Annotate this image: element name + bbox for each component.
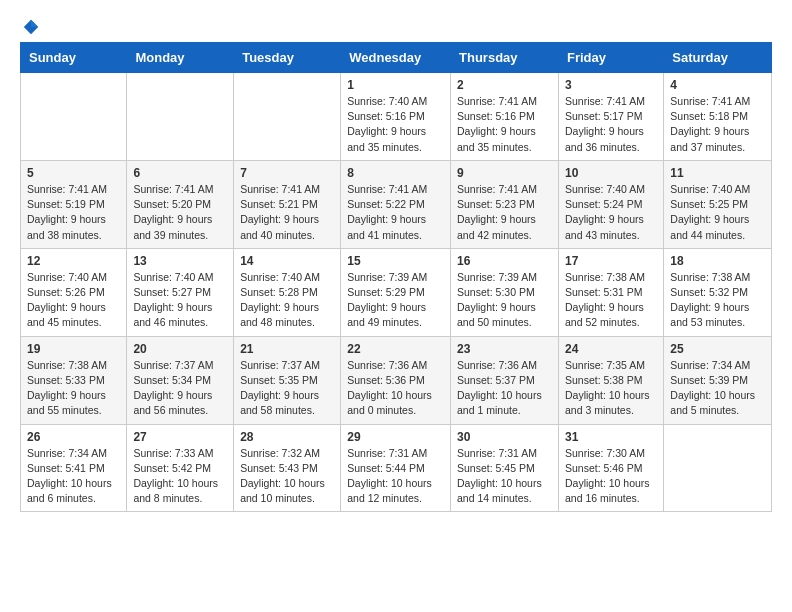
day-info: Sunrise: 7:40 AM Sunset: 5:24 PM Dayligh… xyxy=(565,182,657,243)
day-info: Sunrise: 7:39 AM Sunset: 5:29 PM Dayligh… xyxy=(347,270,444,331)
day-info: Sunrise: 7:34 AM Sunset: 5:41 PM Dayligh… xyxy=(27,446,120,507)
day-info: Sunrise: 7:37 AM Sunset: 5:34 PM Dayligh… xyxy=(133,358,227,419)
day-number: 17 xyxy=(565,254,657,268)
calendar-cell: 5Sunrise: 7:41 AM Sunset: 5:19 PM Daylig… xyxy=(21,160,127,248)
calendar-cell: 27Sunrise: 7:33 AM Sunset: 5:42 PM Dayli… xyxy=(127,424,234,512)
day-number: 12 xyxy=(27,254,120,268)
day-info: Sunrise: 7:41 AM Sunset: 5:19 PM Dayligh… xyxy=(27,182,120,243)
day-number: 13 xyxy=(133,254,227,268)
week-row-3: 12Sunrise: 7:40 AM Sunset: 5:26 PM Dayli… xyxy=(21,248,772,336)
calendar-cell: 18Sunrise: 7:38 AM Sunset: 5:32 PM Dayli… xyxy=(664,248,772,336)
calendar-cell: 26Sunrise: 7:34 AM Sunset: 5:41 PM Dayli… xyxy=(21,424,127,512)
day-number: 24 xyxy=(565,342,657,356)
calendar-cell: 24Sunrise: 7:35 AM Sunset: 5:38 PM Dayli… xyxy=(558,336,663,424)
day-info: Sunrise: 7:36 AM Sunset: 5:36 PM Dayligh… xyxy=(347,358,444,419)
day-info: Sunrise: 7:38 AM Sunset: 5:31 PM Dayligh… xyxy=(565,270,657,331)
day-info: Sunrise: 7:35 AM Sunset: 5:38 PM Dayligh… xyxy=(565,358,657,419)
day-info: Sunrise: 7:40 AM Sunset: 5:28 PM Dayligh… xyxy=(240,270,334,331)
day-number: 11 xyxy=(670,166,765,180)
day-number: 21 xyxy=(240,342,334,356)
calendar-cell: 10Sunrise: 7:40 AM Sunset: 5:24 PM Dayli… xyxy=(558,160,663,248)
calendar-cell: 1Sunrise: 7:40 AM Sunset: 5:16 PM Daylig… xyxy=(341,73,451,161)
day-info: Sunrise: 7:40 AM Sunset: 5:27 PM Dayligh… xyxy=(133,270,227,331)
calendar-cell: 11Sunrise: 7:40 AM Sunset: 5:25 PM Dayli… xyxy=(664,160,772,248)
day-info: Sunrise: 7:33 AM Sunset: 5:42 PM Dayligh… xyxy=(133,446,227,507)
day-info: Sunrise: 7:32 AM Sunset: 5:43 PM Dayligh… xyxy=(240,446,334,507)
calendar-cell: 28Sunrise: 7:32 AM Sunset: 5:43 PM Dayli… xyxy=(234,424,341,512)
calendar-cell: 16Sunrise: 7:39 AM Sunset: 5:30 PM Dayli… xyxy=(451,248,559,336)
calendar-cell: 12Sunrise: 7:40 AM Sunset: 5:26 PM Dayli… xyxy=(21,248,127,336)
day-number: 31 xyxy=(565,430,657,444)
day-number: 9 xyxy=(457,166,552,180)
day-info: Sunrise: 7:41 AM Sunset: 5:17 PM Dayligh… xyxy=(565,94,657,155)
week-row-1: 1Sunrise: 7:40 AM Sunset: 5:16 PM Daylig… xyxy=(21,73,772,161)
day-number: 16 xyxy=(457,254,552,268)
calendar-cell: 19Sunrise: 7:38 AM Sunset: 5:33 PM Dayli… xyxy=(21,336,127,424)
day-number: 30 xyxy=(457,430,552,444)
calendar-cell: 13Sunrise: 7:40 AM Sunset: 5:27 PM Dayli… xyxy=(127,248,234,336)
calendar-cell: 25Sunrise: 7:34 AM Sunset: 5:39 PM Dayli… xyxy=(664,336,772,424)
day-info: Sunrise: 7:41 AM Sunset: 5:20 PM Dayligh… xyxy=(133,182,227,243)
day-number: 2 xyxy=(457,78,552,92)
day-number: 29 xyxy=(347,430,444,444)
day-number: 5 xyxy=(27,166,120,180)
calendar-cell: 8Sunrise: 7:41 AM Sunset: 5:22 PM Daylig… xyxy=(341,160,451,248)
day-number: 23 xyxy=(457,342,552,356)
day-info: Sunrise: 7:40 AM Sunset: 5:25 PM Dayligh… xyxy=(670,182,765,243)
calendar-cell: 17Sunrise: 7:38 AM Sunset: 5:31 PM Dayli… xyxy=(558,248,663,336)
day-info: Sunrise: 7:41 AM Sunset: 5:16 PM Dayligh… xyxy=(457,94,552,155)
calendar-cell: 4Sunrise: 7:41 AM Sunset: 5:18 PM Daylig… xyxy=(664,73,772,161)
day-number: 14 xyxy=(240,254,334,268)
day-number: 1 xyxy=(347,78,444,92)
day-info: Sunrise: 7:30 AM Sunset: 5:46 PM Dayligh… xyxy=(565,446,657,507)
calendar-cell: 21Sunrise: 7:37 AM Sunset: 5:35 PM Dayli… xyxy=(234,336,341,424)
calendar-cell: 23Sunrise: 7:36 AM Sunset: 5:37 PM Dayli… xyxy=(451,336,559,424)
calendar-cell: 2Sunrise: 7:41 AM Sunset: 5:16 PM Daylig… xyxy=(451,73,559,161)
calendar-cell: 15Sunrise: 7:39 AM Sunset: 5:29 PM Dayli… xyxy=(341,248,451,336)
day-info: Sunrise: 7:36 AM Sunset: 5:37 PM Dayligh… xyxy=(457,358,552,419)
day-number: 15 xyxy=(347,254,444,268)
page: SundayMondayTuesdayWednesdayThursdayFrid… xyxy=(0,0,792,530)
day-info: Sunrise: 7:31 AM Sunset: 5:44 PM Dayligh… xyxy=(347,446,444,507)
day-number: 3 xyxy=(565,78,657,92)
header xyxy=(20,18,772,32)
day-number: 18 xyxy=(670,254,765,268)
day-info: Sunrise: 7:39 AM Sunset: 5:30 PM Dayligh… xyxy=(457,270,552,331)
logo-icon xyxy=(22,18,40,36)
day-number: 6 xyxy=(133,166,227,180)
day-info: Sunrise: 7:40 AM Sunset: 5:26 PM Dayligh… xyxy=(27,270,120,331)
day-info: Sunrise: 7:41 AM Sunset: 5:22 PM Dayligh… xyxy=(347,182,444,243)
day-info: Sunrise: 7:34 AM Sunset: 5:39 PM Dayligh… xyxy=(670,358,765,419)
calendar-cell: 9Sunrise: 7:41 AM Sunset: 5:23 PM Daylig… xyxy=(451,160,559,248)
weekday-header-wednesday: Wednesday xyxy=(341,43,451,73)
calendar-table: SundayMondayTuesdayWednesdayThursdayFrid… xyxy=(20,42,772,512)
day-number: 28 xyxy=(240,430,334,444)
week-row-2: 5Sunrise: 7:41 AM Sunset: 5:19 PM Daylig… xyxy=(21,160,772,248)
calendar-cell: 22Sunrise: 7:36 AM Sunset: 5:36 PM Dayli… xyxy=(341,336,451,424)
calendar-cell xyxy=(234,73,341,161)
day-number: 22 xyxy=(347,342,444,356)
calendar-cell: 29Sunrise: 7:31 AM Sunset: 5:44 PM Dayli… xyxy=(341,424,451,512)
weekday-header-row: SundayMondayTuesdayWednesdayThursdayFrid… xyxy=(21,43,772,73)
day-info: Sunrise: 7:38 AM Sunset: 5:33 PM Dayligh… xyxy=(27,358,120,419)
calendar-cell xyxy=(127,73,234,161)
calendar-cell: 14Sunrise: 7:40 AM Sunset: 5:28 PM Dayli… xyxy=(234,248,341,336)
week-row-5: 26Sunrise: 7:34 AM Sunset: 5:41 PM Dayli… xyxy=(21,424,772,512)
calendar-cell: 7Sunrise: 7:41 AM Sunset: 5:21 PM Daylig… xyxy=(234,160,341,248)
day-number: 20 xyxy=(133,342,227,356)
weekday-header-saturday: Saturday xyxy=(664,43,772,73)
calendar-cell: 31Sunrise: 7:30 AM Sunset: 5:46 PM Dayli… xyxy=(558,424,663,512)
weekday-header-monday: Monday xyxy=(127,43,234,73)
day-info: Sunrise: 7:38 AM Sunset: 5:32 PM Dayligh… xyxy=(670,270,765,331)
day-number: 25 xyxy=(670,342,765,356)
day-info: Sunrise: 7:41 AM Sunset: 5:18 PM Dayligh… xyxy=(670,94,765,155)
calendar-cell: 20Sunrise: 7:37 AM Sunset: 5:34 PM Dayli… xyxy=(127,336,234,424)
calendar-cell: 30Sunrise: 7:31 AM Sunset: 5:45 PM Dayli… xyxy=(451,424,559,512)
weekday-header-thursday: Thursday xyxy=(451,43,559,73)
day-info: Sunrise: 7:41 AM Sunset: 5:23 PM Dayligh… xyxy=(457,182,552,243)
day-number: 10 xyxy=(565,166,657,180)
weekday-header-friday: Friday xyxy=(558,43,663,73)
weekday-header-tuesday: Tuesday xyxy=(234,43,341,73)
calendar-cell: 6Sunrise: 7:41 AM Sunset: 5:20 PM Daylig… xyxy=(127,160,234,248)
weekday-header-sunday: Sunday xyxy=(21,43,127,73)
